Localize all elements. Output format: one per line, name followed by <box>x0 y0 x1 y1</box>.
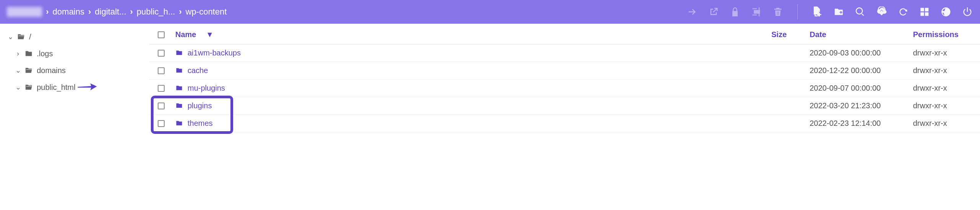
search-icon[interactable] <box>854 6 866 18</box>
move-icon[interactable] <box>708 6 719 18</box>
row-permissions: drwxr-xr-x <box>913 101 980 110</box>
file-row[interactable]: cache2020-12-22 00:00:00drwxr-xr-x <box>149 62 980 80</box>
trash-icon[interactable] <box>772 6 784 18</box>
tree-toggle-icon[interactable]: ⌄ <box>15 83 21 91</box>
select-all-checkbox[interactable] <box>158 31 175 38</box>
row-permissions: drwxr-xr-x <box>913 119 980 128</box>
row-checkbox[interactable] <box>158 67 175 74</box>
globe-icon[interactable] <box>940 6 952 18</box>
row-checkbox[interactable] <box>158 50 175 57</box>
breadcrumb: › domains › digitalt... › public_h... › … <box>7 7 686 17</box>
column-header-name[interactable]: Name ▼ <box>175 30 771 39</box>
toolbar-actions <box>686 4 973 20</box>
new-folder-icon[interactable] <box>833 6 844 18</box>
folder-icon <box>17 32 26 41</box>
file-name[interactable]: ai1wm-backups <box>188 49 241 57</box>
breadcrumb-item[interactable]: public_h... <box>137 7 175 17</box>
power-icon[interactable] <box>962 6 973 18</box>
file-list-header: Name ▼ Size Date Permissions <box>149 25 980 44</box>
file-name[interactable]: cache <box>188 66 208 75</box>
row-permissions: drwxr-xr-x <box>913 49 980 57</box>
breadcrumb-item[interactable]: domains <box>52 7 84 17</box>
new-file-icon[interactable] <box>812 6 823 18</box>
breadcrumb-item[interactable]: digitalt... <box>95 7 126 17</box>
row-checkbox[interactable] <box>158 85 175 92</box>
folder-tree: ⌄/›.logs⌄domains⌄public_html <box>0 24 149 210</box>
row-checkbox[interactable] <box>158 120 175 127</box>
folder-icon <box>24 83 34 92</box>
row-date: 2022-03-20 21:23:00 <box>810 101 913 110</box>
tree-item-logs[interactable]: ›.logs <box>3 45 146 62</box>
toolbar: › domains › digitalt... › public_h... › … <box>0 0 980 24</box>
tree-item-domains[interactable]: ⌄domains <box>3 62 146 79</box>
file-list: Name ▼ Size Date Permissions ai1wm-backu… <box>149 24 980 210</box>
annotation-arrow-icon <box>76 81 97 94</box>
folder-icon <box>24 66 34 75</box>
folder-icon <box>24 49 34 58</box>
folder-icon <box>175 119 184 128</box>
file-name[interactable]: themes <box>188 119 213 128</box>
file-row[interactable]: plugins2022-03-20 21:23:00drwxr-xr-x <box>149 97 980 115</box>
breadcrumb-item[interactable]: wp-content <box>186 7 227 17</box>
file-name[interactable]: plugins <box>188 101 212 110</box>
folder-icon <box>175 102 184 110</box>
tree-item-label: public_html <box>37 83 75 92</box>
row-name[interactable]: plugins <box>175 101 771 110</box>
tree-toggle-icon[interactable]: › <box>15 50 21 58</box>
row-date: 2022-02-23 12:14:00 <box>810 119 913 128</box>
tree-item-label: domains <box>37 66 66 75</box>
breadcrumb-user-blurred <box>7 7 42 17</box>
file-row[interactable]: themes2022-02-23 12:14:00drwxr-xr-x <box>149 115 980 132</box>
row-permissions: drwxr-xr-x <box>913 66 980 75</box>
row-name[interactable]: themes <box>175 119 771 128</box>
folder-icon <box>175 67 184 75</box>
main-panel: ⌄/›.logs⌄domains⌄public_html Name ▼ Size… <box>0 24 980 210</box>
chevron-right-icon: › <box>179 7 181 17</box>
tree-item-label: / <box>29 33 31 41</box>
tree-item-publichtml[interactable]: ⌄public_html <box>3 79 146 96</box>
upload-icon[interactable] <box>876 6 887 18</box>
toolbar-separator <box>797 4 798 20</box>
chevron-right-icon: › <box>130 7 133 17</box>
folder-icon <box>175 84 184 93</box>
chevron-right-icon: › <box>88 7 91 17</box>
column-header-permissions[interactable]: Permissions <box>913 30 980 39</box>
row-permissions: drwxr-xr-x <box>913 84 980 93</box>
lock-icon[interactable] <box>729 6 741 18</box>
column-header-size[interactable]: Size <box>771 30 810 39</box>
row-name[interactable]: cache <box>175 66 771 75</box>
tree-toggle-icon[interactable]: ⌄ <box>7 33 14 41</box>
tree-item-[interactable]: ⌄/ <box>3 28 146 45</box>
row-checkbox[interactable] <box>158 103 175 109</box>
grid-view-icon[interactable] <box>919 6 930 18</box>
file-row[interactable]: ai1wm-backups2020-09-03 00:00:00drwxr-xr… <box>149 44 980 62</box>
column-header-date[interactable]: Date <box>810 30 913 39</box>
row-date: 2020-09-03 00:00:00 <box>810 49 913 57</box>
arrow-right-icon[interactable] <box>686 6 698 18</box>
tree-item-label: .logs <box>37 49 53 58</box>
row-name[interactable]: mu-plugins <box>175 84 771 93</box>
refresh-icon[interactable] <box>897 6 909 18</box>
file-row[interactable]: mu-plugins2020-09-07 00:00:00drwxr-xr-x <box>149 80 980 97</box>
folder-icon <box>175 49 184 57</box>
row-date: 2020-12-22 00:00:00 <box>810 66 913 75</box>
rename-icon[interactable] <box>751 6 762 18</box>
chevron-right-icon: › <box>46 7 49 17</box>
row-name[interactable]: ai1wm-backups <box>175 49 771 57</box>
file-name[interactable]: mu-plugins <box>188 84 225 93</box>
row-date: 2020-09-07 00:00:00 <box>810 84 913 93</box>
tree-toggle-icon[interactable]: ⌄ <box>15 66 21 75</box>
